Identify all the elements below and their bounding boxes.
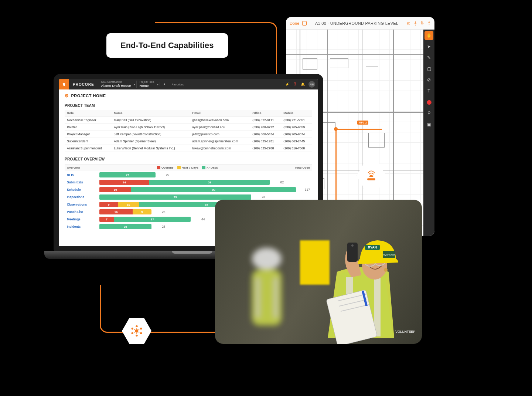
team-cell: adam.spinner@spinnersteel.com [190, 138, 250, 145]
table-row[interactable]: PainterAyer Pain (Zion High School Distr… [65, 124, 312, 131]
svg-line-9 [139, 329, 140, 330]
team-col-header: Name [112, 110, 190, 117]
svg-point-2 [136, 325, 137, 327]
team-cell: Mechanical Engineer [65, 117, 112, 124]
team-cell: jeffk@jewettco.com [190, 131, 250, 138]
overview-bar: 1998 [99, 187, 296, 192]
square-tool-icon[interactable]: ▢ [424, 64, 433, 73]
share-icon[interactable]: ⇪ [427, 21, 431, 26]
team-cell: Adam Spinner (Spinner Steel) [112, 138, 190, 145]
bell-icon[interactable]: 🔔 [301, 82, 305, 86]
svg-point-32 [384, 268, 388, 272]
svg-point-1 [135, 329, 139, 333]
overview-segment: 24 [99, 180, 149, 185]
overview-segment: 9 [99, 202, 118, 207]
layers-icon[interactable] [302, 21, 307, 26]
favorites-label[interactable]: Favorites [169, 83, 187, 86]
overview-segment: 25 [99, 224, 151, 229]
tablet-done-group: Done [290, 21, 307, 26]
overview-label: Meetings [67, 217, 96, 221]
overview-total: 27 [158, 173, 170, 177]
team-col-header: Role [65, 110, 112, 117]
page-title: PROJECT HOME [71, 94, 106, 98]
tablet-done-button[interactable]: Done [290, 21, 299, 26]
tablet-top-tools: ◴ 𝄞 ⇅ ⇪ [407, 21, 431, 26]
rfi-marker[interactable]: RF1.2 [357, 121, 368, 125]
overview-segment: 7 [99, 217, 114, 222]
pin-tool-icon[interactable]: ⚲ [424, 109, 433, 118]
svg-point-6 [132, 332, 133, 334]
overview-segment: 10 [118, 202, 139, 207]
overview-total: 73 [254, 195, 265, 199]
pointer-tool-icon[interactable]: ➤ [424, 42, 433, 51]
svg-point-3 [140, 328, 142, 329]
attachment-icon[interactable]: 𝄞 [414, 21, 417, 26]
project-team-title: PROJECT TEAM [65, 104, 312, 108]
overview-bar: 27 [99, 172, 156, 177]
overview-row[interactable]: Schedule1998117 [65, 186, 312, 193]
overview-header: Overview Overdue Next 7 Days >7 Days Tot… [65, 164, 312, 171]
overview-row[interactable]: Submittals245882 [65, 179, 312, 186]
overview-label: Observations [67, 203, 96, 206]
help-icon[interactable]: ❓ [293, 82, 297, 86]
team-cell: Painter [65, 124, 112, 131]
overview-bar: 73 [99, 194, 251, 200]
project-tools-selector[interactable]: Project Tools Home [136, 81, 160, 88]
team-cell: Ayer Pain (Zion High School District) [112, 124, 190, 131]
clock-icon[interactable]: ◴ [407, 21, 410, 26]
team-cell: (209) 800-5434 [250, 131, 281, 138]
circle-tool-icon[interactable]: ⊘ [424, 75, 433, 84]
gear-icon[interactable]: ⚙ [65, 93, 69, 98]
svg-point-5 [136, 335, 137, 336]
overview-total: 25 [154, 225, 166, 229]
overview-total-label: Total Open [295, 166, 310, 169]
overview-legend: Overdue Next 7 Days >7 Days [157, 166, 218, 169]
table-row[interactable]: Mechanical EngineerGary Bell (Bell Excav… [65, 117, 312, 124]
record-tool-icon[interactable]: ⬤ [424, 98, 433, 106]
svg-point-7 [132, 328, 133, 329]
user-avatar[interactable]: RB [308, 81, 315, 88]
plug-icon[interactable]: ⚡ [285, 82, 289, 86]
team-cell: Luke Wilson (Bennet Modular Systems Inc.… [112, 145, 190, 152]
camera-tool-icon[interactable]: ▣ [424, 120, 433, 129]
team-cell: ayer.pain@zionhsd.edu [190, 124, 250, 131]
text-tool-icon[interactable]: T [424, 87, 433, 95]
project-overview-title: PROJECT OVERVIEW [65, 157, 312, 161]
team-cell: gbell@bellexcavation.com [190, 117, 250, 124]
app-header: PROCORE GAS Construction Alamo Draft Hou… [59, 79, 318, 89]
overview-bar: 25 [99, 224, 151, 229]
table-row[interactable]: Assistant SuperintendentLuke Wilson (Ben… [65, 145, 312, 152]
svg-rect-16 [256, 277, 260, 318]
svg-rect-17 [273, 277, 278, 318]
overview-bar: 2458 [99, 180, 270, 185]
integration-nodes-icon [130, 324, 143, 338]
overview-label: Submittals [67, 180, 96, 184]
broadcast-worker-icon [365, 169, 378, 182]
overview-total: 82 [273, 180, 284, 184]
table-row[interactable]: SuperintendentAdam Spinner (Spinner Stee… [65, 138, 312, 145]
overview-segment: 58 [149, 180, 270, 185]
home-icon[interactable] [59, 79, 69, 89]
team-cell: (209) 905-9574 [281, 131, 312, 138]
table-row[interactable]: Project ManagerJeff Kemper (Jewett Const… [65, 131, 312, 138]
overview-segment: 73 [99, 194, 251, 200]
overview-segment: 98 [131, 187, 296, 192]
pen-tool-icon[interactable]: ✎ [424, 53, 433, 62]
svg-point-4 [140, 332, 142, 334]
overview-segment: 9 [133, 209, 151, 214]
overview-row[interactable]: RFIs2727 [65, 171, 312, 179]
svg-point-26 [351, 244, 354, 247]
worker-photo: RYAN Taylor Green VOLUNTEER [215, 200, 422, 344]
company-selector[interactable]: GAS Construction Alamo Draft House [98, 81, 136, 88]
helmet-name: Taylor Green [383, 254, 395, 256]
filter-icon[interactable]: ⇅ [420, 21, 424, 26]
star-icon[interactable]: ★ [160, 82, 169, 86]
tools-main: Home [140, 84, 149, 88]
overview-segment: 27 [99, 172, 156, 177]
overview-segment: 16 [99, 209, 133, 214]
overview-total: 117 [299, 188, 310, 192]
team-cell: (530) 822-8111 [250, 117, 281, 124]
hand-tool-icon[interactable]: ✋ [424, 31, 433, 40]
app-logo[interactable]: PROCORE [69, 82, 98, 87]
overview-total: 25 [154, 210, 166, 214]
